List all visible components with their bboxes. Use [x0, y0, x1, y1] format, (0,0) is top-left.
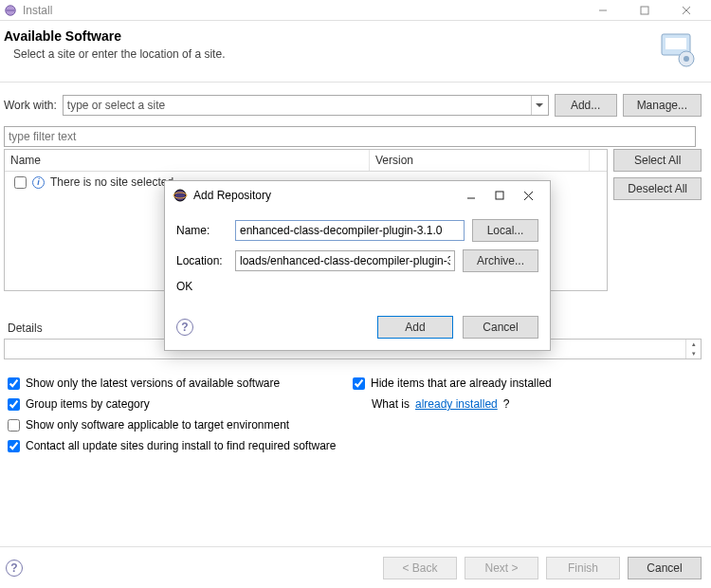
eclipse-icon [173, 188, 188, 203]
dialog-add-button[interactable]: Add [377, 316, 453, 339]
select-all-button[interactable]: Select All [613, 149, 702, 172]
opt-show-latest[interactable]: Show only the latest versions of availab… [8, 377, 353, 390]
help-icon[interactable]: ? [176, 319, 193, 336]
next-button[interactable]: Next > [465, 557, 538, 579]
wizard-header: Available Software Select a site or ente… [0, 21, 711, 83]
opt-show-applicable[interactable]: Show only software applicable to target … [8, 418, 353, 432]
local-button[interactable]: Local... [472, 219, 538, 242]
column-version[interactable]: Version [370, 150, 590, 171]
opt-hide-installed[interactable]: Hide items that are already installed [353, 377, 698, 390]
info-icon: i [32, 176, 45, 189]
cancel-button[interactable]: Cancel [628, 557, 702, 579]
no-site-message: There is no site selected. [50, 175, 176, 189]
add-repository-dialog: Add Repository Name: Local... Location: … [164, 180, 551, 351]
name-label: Name: [176, 224, 228, 237]
chevron-down-icon[interactable]: ▾ [686, 349, 701, 358]
dialog-titlebar: Add Repository [165, 181, 550, 210]
status-text: OK [176, 280, 538, 293]
already-installed-link[interactable]: already installed [415, 397, 498, 411]
window-title: Install [23, 4, 52, 17]
chevron-up-icon[interactable]: ▴ [686, 340, 701, 349]
column-name[interactable]: Name [5, 150, 370, 171]
install-titlebar: Install [0, 0, 711, 21]
site-combo-text: type or select a site [67, 99, 165, 112]
minimize-button[interactable] [582, 1, 624, 20]
svg-rect-2 [641, 7, 648, 14]
dialog-cancel-button[interactable]: Cancel [463, 316, 538, 339]
chevron-down-icon[interactable] [531, 96, 548, 115]
location-field[interactable] [235, 250, 455, 271]
wizard-footer: ? < Back Next > Finish Cancel [0, 546, 711, 588]
manage-button[interactable]: Manage... [623, 94, 702, 117]
dialog-maximize-button[interactable] [485, 183, 514, 208]
help-icon[interactable]: ? [6, 560, 23, 577]
svg-rect-6 [665, 38, 686, 49]
already-installed-text: What is already installed? [353, 397, 698, 411]
archive-button[interactable]: Archive... [463, 249, 538, 272]
deselect-all-button[interactable]: Deselect All [613, 177, 702, 200]
filter-input[interactable] [4, 126, 696, 147]
finish-button[interactable]: Finish [546, 557, 620, 579]
opt-group-category[interactable]: Group items by category [8, 397, 353, 411]
add-site-button[interactable]: Add... [555, 94, 617, 117]
page-title: Available Software [4, 28, 225, 44]
dialog-close-button[interactable] [514, 183, 542, 208]
site-combo[interactable]: type or select a site [63, 95, 549, 116]
dialog-minimize-button[interactable] [457, 183, 485, 208]
row-checkbox[interactable] [14, 176, 27, 189]
name-field[interactable] [235, 220, 465, 241]
close-button[interactable] [665, 1, 707, 20]
location-label: Location: [176, 254, 228, 267]
install-banner-icon [656, 28, 698, 70]
svg-point-8 [684, 56, 689, 62]
eclipse-icon [4, 4, 17, 17]
svg-rect-12 [496, 192, 503, 199]
workwith-label: Work with: [4, 99, 57, 112]
page-subtitle: Select a site or enter the location of a… [13, 47, 225, 61]
svg-point-9 [174, 190, 186, 201]
dialog-title: Add Repository [193, 189, 271, 202]
maximize-button[interactable] [624, 1, 665, 20]
opt-contact-all[interactable]: Contact all update sites during install … [8, 439, 353, 452]
back-button[interactable]: < Back [383, 557, 457, 579]
